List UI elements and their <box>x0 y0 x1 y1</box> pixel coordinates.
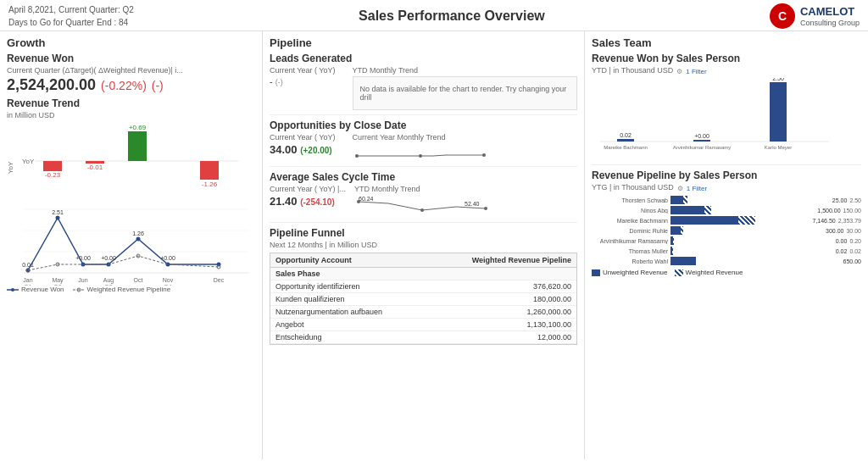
legend-weighted: Weighted Revenue <box>675 269 743 276</box>
avg-value: 21.40 (-254.10) <box>270 195 346 208</box>
pipeline-person-title: Revenue Pipeline by Sales Person <box>592 169 861 181</box>
svg-text:+0.69: +0.69 <box>129 124 147 131</box>
avg-cy-label: Current Year ( YoY) |... <box>270 185 346 193</box>
bar-chart-svg: YoY -0.23 -0.01 +0.69 -1.26 <box>18 123 238 199</box>
opps-value: 34.00 (+20.00) <box>270 143 336 156</box>
rev-person-sub: YTD | in Thousand USD <box>592 66 673 75</box>
main-content: Growth Revenue Won Current Quarter (ΔTar… <box>0 31 868 459</box>
svg-text:2.50: 2.50 <box>772 78 784 81</box>
logo-text: CAMELOT Consulting Group <box>800 5 860 27</box>
pipeline-bar-row: Thorsten Schwab25.002.50 <box>592 196 861 204</box>
svg-text:+0.00: +0.00 <box>101 255 116 261</box>
opps-spark <box>353 143 488 160</box>
leads-no-data: No data is available for the chart to re… <box>353 76 577 110</box>
date-info: April 8,2021, Current Quarter: Q2 <box>8 3 134 16</box>
avg-spark: 60.24 52.40 <box>354 195 490 216</box>
pipeline-bar-row: Mareike Bachmann7,146.502,353.79 <box>592 216 861 225</box>
leads-title: Leads Generated <box>270 53 577 64</box>
svg-text:-0.23: -0.23 <box>45 171 61 179</box>
leads-value: - (-) <box>270 76 336 86</box>
svg-point-51 <box>484 207 487 210</box>
table-col2: Weighted Revenue Pipeline <box>424 253 577 267</box>
revenue-won-pct: (-0.22%) <box>101 79 147 92</box>
pipeline-bar-row: Ninos Abg1,500.00150.00 <box>592 206 861 214</box>
svg-text:Dec: Dec <box>214 277 225 283</box>
opps-cy-label: Current Year ( YoY) <box>270 133 336 142</box>
svg-text:52.40: 52.40 <box>465 201 480 207</box>
legend-unweighted-box <box>592 269 600 276</box>
pipeline-title: Pipeline <box>270 36 577 49</box>
svg-point-46 <box>355 154 359 158</box>
days-info: Days to Go for Quarter End : 84 <box>8 16 134 29</box>
legend-weighted-box <box>675 269 683 276</box>
svg-rect-58 <box>693 140 710 142</box>
svg-text:Q1: Q1 <box>24 284 31 286</box>
table-row: Kunden qualifizieren180,000.00 <box>270 293 576 306</box>
svg-rect-6 <box>128 131 147 161</box>
svg-text:-0.01: -0.01 <box>87 164 103 171</box>
logo-icon: C <box>770 3 795 29</box>
svg-rect-55 <box>617 139 634 142</box>
revenue-won-title: Revenue Won <box>7 53 255 64</box>
chart-legend: Revenue Won Weighted Revenue Pipeline <box>7 286 255 293</box>
yoy-label: YoY <box>7 123 14 174</box>
panel-growth: Growth Revenue Won Current Quarter (ΔTar… <box>0 31 263 459</box>
pipeline-bar-row: Dominic Ruhle300.0030.00 <box>592 226 861 235</box>
growth-title: Growth <box>7 36 255 49</box>
pipeline-bar-row: Roberto Wahl650.00 <box>592 257 861 265</box>
svg-point-47 <box>419 154 422 158</box>
svg-text:Q3: Q3 <box>104 284 112 286</box>
svg-rect-2 <box>43 161 62 171</box>
svg-point-15 <box>56 216 60 220</box>
svg-rect-61 <box>770 82 787 142</box>
revenue-won-sublabel: Current Quarter (ΔTarget)( ΔWeighted Rev… <box>7 66 255 75</box>
funnel-table-body: Sales PhaseOpportunity identifizieren376… <box>270 268 576 344</box>
svg-text:-1.26: -1.26 <box>202 180 218 188</box>
svg-text:Q2: Q2 <box>53 284 61 286</box>
svg-text:60.24: 60.24 <box>359 196 374 202</box>
svg-text:0.02: 0.02 <box>620 132 632 138</box>
sales-team-title: Sales Team <box>592 36 861 49</box>
svg-point-18 <box>136 237 141 242</box>
svg-point-48 <box>482 153 486 157</box>
pipeline-bars: Thorsten Schwab25.002.50Ninos Abg1,500.0… <box>592 196 861 265</box>
logo: C CAMELOT Consulting Group <box>770 3 860 29</box>
header-info: April 8,2021, Current Quarter: Q2 Days t… <box>8 3 134 29</box>
table-header: Opportunity Account Weighted Revenue Pip… <box>270 253 576 268</box>
revenue-trend-sub: in Million USD <box>7 111 255 119</box>
line-chart-area: 2.51 0.01 +0.00 +0.00 1.26 +0.00 Jan May… <box>7 201 255 286</box>
pipeline-bar-row: Arvinthikumar Ramasamy0.000.20 <box>592 236 861 245</box>
legend-unweighted: Unweighted Revenue <box>592 269 668 276</box>
svg-text:0.01: 0.01 <box>22 262 34 268</box>
svg-text:Oct: Oct <box>134 277 143 283</box>
table-row: Nutzenargumentation aufbauen1,260,000.00 <box>270 306 576 319</box>
header: April 8,2021, Current Quarter: Q2 Days t… <box>0 0 868 31</box>
panel-sales-team: Sales Team Revenue Won by Sales Person Y… <box>585 31 868 459</box>
funnel-title: Pipeline Funnel <box>270 227 577 239</box>
pipeline-filter[interactable]: 1 Filter <box>687 185 707 192</box>
revenue-won-value: 2,524,200.00 <box>7 76 96 94</box>
page-title: Sales Performance Overview <box>134 8 770 24</box>
revenue-trend-title: Revenue Trend <box>7 97 255 109</box>
opps-trend-label: Current Year Monthly Trend <box>353 133 577 142</box>
funnel-sub: Next 12 Months | in Million USD <box>270 241 577 249</box>
avg-ytd-label: YTD Monthly Trend <box>354 185 577 193</box>
pipeline-bar-row: Thomas Muller0.020.02 <box>592 247 861 255</box>
svg-point-50 <box>420 208 424 212</box>
filter-label[interactable]: 1 Filter <box>686 68 706 75</box>
svg-text:Jun: Jun <box>78 277 87 283</box>
svg-text:1.26: 1.26 <box>132 230 144 236</box>
pipeline-legend: Unweighted Revenue Weighted Revenue <box>592 269 861 276</box>
revenue-won-neg: (-) <box>152 79 164 92</box>
table-row: Entscheidung12,000.00 <box>270 331 576 344</box>
opps-title: Opportunities by Close Date <box>270 119 577 131</box>
table-row: Opportunity identifizieren376,620.00 <box>270 280 576 293</box>
svg-text:Karlo Meyer: Karlo Meyer <box>765 145 792 150</box>
table-col1: Opportunity Account <box>270 253 424 267</box>
leads-ytd-label: YTD Monthly Trend <box>353 66 577 75</box>
table-row: Angebot1,130,100.00 <box>270 319 576 331</box>
svg-text:Q4: Q4 <box>164 284 171 286</box>
svg-text:Arvinthikumar Ramasamy: Arvinthikumar Ramasamy <box>673 145 732 150</box>
svg-text:Nov: Nov <box>163 277 174 283</box>
svg-point-43 <box>11 288 14 292</box>
